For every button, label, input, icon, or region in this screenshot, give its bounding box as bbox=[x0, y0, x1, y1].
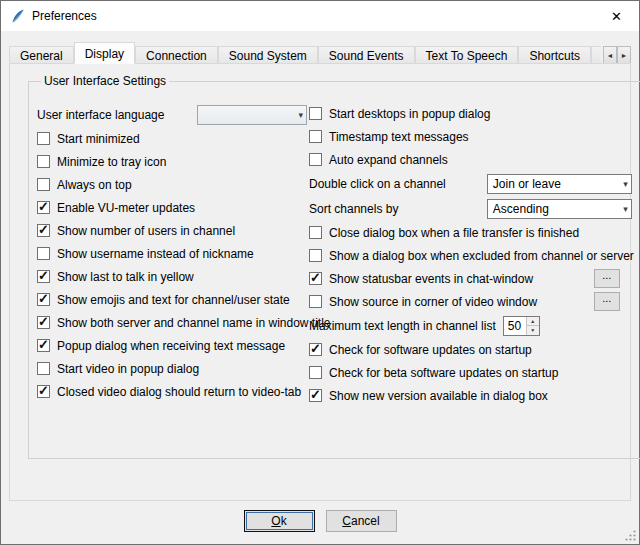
tab[interactable]: Text To Speech bbox=[415, 46, 519, 64]
language-combobox[interactable]: ▾ bbox=[197, 105, 307, 125]
checkbox-row[interactable]: Enable VU-meter updates bbox=[37, 196, 309, 219]
checkbox-row[interactable]: Closed video dialog should return to vid… bbox=[37, 380, 309, 403]
tab[interactable]: Connection bbox=[135, 46, 218, 64]
checkbox[interactable] bbox=[309, 153, 322, 166]
tab[interactable]: Shortcuts bbox=[518, 46, 591, 64]
checkbox[interactable] bbox=[37, 362, 50, 375]
max-text-length-value: 50 bbox=[504, 317, 526, 335]
checkbox-row[interactable]: Show username instead of nickname bbox=[37, 242, 309, 265]
language-row: User interface language ▾ bbox=[37, 102, 309, 127]
sort-channels-combobox[interactable]: Ascending ▾ bbox=[487, 199, 632, 219]
tab[interactable]: Sound Events bbox=[318, 46, 415, 64]
checkbox-row[interactable]: Show emojis and text for channel/user st… bbox=[37, 288, 309, 311]
statusbar-events-options-button[interactable]: ... bbox=[594, 269, 620, 288]
checkbox[interactable] bbox=[37, 316, 50, 329]
checkbox-row[interactable]: Auto expand channels bbox=[309, 148, 634, 171]
checkbox-row[interactable]: Show a dialog box when excluded from cha… bbox=[309, 244, 634, 267]
checkbox[interactable] bbox=[37, 155, 50, 168]
video-source-options-button[interactable]: ... bbox=[594, 292, 620, 311]
checkbox-row[interactable]: Show number of users in channel bbox=[37, 219, 309, 242]
ok-button[interactable]: Ok bbox=[244, 510, 315, 532]
checkbox-label: Check for beta software updates on start… bbox=[329, 366, 558, 380]
checkbox[interactable] bbox=[37, 201, 50, 214]
checkbox-row[interactable]: Check for software updates on startup bbox=[309, 338, 634, 361]
checkbox[interactable] bbox=[37, 178, 50, 191]
checkbox-row[interactable]: Show last to talk in yellow bbox=[37, 265, 309, 288]
checkbox-row[interactable]: Show both server and channel name in win… bbox=[37, 311, 309, 334]
checkbox-label: Start minimized bbox=[57, 132, 140, 146]
user-interface-settings-group: User Interface Settings User interface l… bbox=[28, 74, 640, 459]
max-text-length-spinner[interactable]: 50 ▲ ▼ bbox=[503, 316, 540, 336]
checkbox[interactable] bbox=[309, 272, 322, 285]
app-icon bbox=[10, 8, 26, 24]
tab-scroll-left-icon[interactable]: ◄ bbox=[603, 46, 617, 64]
double-click-label: Double click on a channel bbox=[309, 177, 446, 191]
checkbox[interactable] bbox=[37, 293, 50, 306]
tab-label: Shortcuts bbox=[529, 49, 580, 63]
checkbox-row[interactable]: Show new version available in dialog box bbox=[309, 384, 634, 407]
checkbox[interactable] bbox=[37, 247, 50, 260]
spin-down-icon[interactable]: ▼ bbox=[527, 326, 539, 335]
sort-channels-value: Ascending bbox=[493, 202, 549, 216]
right-checkbox-list-top: Start desktops in popup dialog Timestamp… bbox=[309, 102, 634, 171]
checkbox-row[interactable]: Check for beta software updates on start… bbox=[309, 361, 634, 384]
tab[interactable]: Display bbox=[74, 42, 135, 64]
checkbox-row[interactable]: Start video in popup dialog bbox=[37, 357, 309, 380]
right-column: Start desktops in popup dialog Timestamp… bbox=[309, 102, 634, 407]
tab-label: Connection bbox=[146, 49, 207, 63]
checkbox[interactable] bbox=[309, 389, 322, 402]
double-click-combobox[interactable]: Join or leave ▾ bbox=[487, 174, 632, 194]
checkbox[interactable] bbox=[37, 270, 50, 283]
checkbox[interactable] bbox=[309, 295, 322, 308]
close-button[interactable]: ✕ bbox=[594, 1, 639, 31]
checkbox-label: Show both server and channel name in win… bbox=[57, 316, 331, 330]
checkbox-label: Start video in popup dialog bbox=[57, 362, 199, 376]
checkbox[interactable] bbox=[37, 385, 50, 398]
tab[interactable]: Video bbox=[591, 46, 601, 64]
checkbox-row[interactable]: Start desktops in popup dialog bbox=[309, 102, 634, 125]
left-checkbox-list: Start minimized Minimize to tray icon Al… bbox=[37, 127, 309, 403]
tab-scroll-right-icon[interactable]: ► bbox=[617, 46, 631, 64]
resize-grip-icon[interactable] bbox=[624, 529, 637, 542]
checkbox-label: Show statusbar events in chat-window bbox=[329, 272, 533, 286]
checkbox[interactable] bbox=[37, 224, 50, 237]
checkbox[interactable] bbox=[309, 249, 322, 262]
checkbox-label: Always on top bbox=[57, 178, 132, 192]
tab-strip: General Display Connection Sound System … bbox=[9, 42, 601, 64]
checkbox-label: Auto expand channels bbox=[329, 153, 448, 167]
sort-channels-row: Sort channels by Ascending ▾ bbox=[309, 196, 634, 221]
cancel-button[interactable]: Cancel bbox=[326, 510, 397, 532]
chevron-down-icon: ▾ bbox=[292, 110, 303, 120]
button-bar: Ok Cancel bbox=[1, 510, 639, 532]
checkbox-label: Closed video dialog should return to vid… bbox=[57, 385, 301, 399]
checkbox-row[interactable]: Always on top bbox=[37, 173, 309, 196]
checkbox-row[interactable]: Minimize to tray icon bbox=[37, 150, 309, 173]
window-title: Preferences bbox=[32, 9, 97, 23]
tab-label: Sound Events bbox=[329, 49, 404, 63]
tab[interactable]: General bbox=[9, 46, 74, 64]
checkbox[interactable] bbox=[309, 107, 322, 120]
checkbox-label: Show last to talk in yellow bbox=[57, 270, 194, 284]
checkbox-label: Close dialog box when a file transfer is… bbox=[329, 226, 579, 240]
tab[interactable]: Sound System bbox=[218, 46, 318, 64]
checkbox-label: Show username instead of nickname bbox=[57, 247, 254, 261]
checkbox[interactable] bbox=[37, 339, 50, 352]
double-click-row: Double click on a channel Join or leave … bbox=[309, 171, 634, 196]
spin-up-icon[interactable]: ▲ bbox=[527, 317, 539, 327]
checkbox[interactable] bbox=[309, 366, 322, 379]
checkbox[interactable] bbox=[37, 132, 50, 145]
tab-label: Text To Speech bbox=[426, 49, 508, 63]
checkbox-row[interactable]: Start minimized bbox=[37, 127, 309, 150]
titlebar[interactable]: Preferences ✕ bbox=[1, 1, 639, 31]
checkbox[interactable] bbox=[309, 130, 322, 143]
tab-scrollers: ◄ ► bbox=[603, 46, 631, 64]
checkbox-row[interactable]: Timestamp text messages bbox=[309, 125, 634, 148]
checkbox-label: Minimize to tray icon bbox=[57, 155, 166, 169]
checkbox-row[interactable]: Close dialog box when a file transfer is… bbox=[309, 221, 634, 244]
checkbox[interactable] bbox=[309, 226, 322, 239]
checkbox[interactable] bbox=[309, 343, 322, 356]
sort-channels-label: Sort channels by bbox=[309, 202, 398, 216]
spinner-arrows: ▲ ▼ bbox=[526, 317, 539, 335]
checkbox-label: Popup dialog when receiving text message bbox=[57, 339, 285, 353]
checkbox-row[interactable]: Popup dialog when receiving text message bbox=[37, 334, 309, 357]
